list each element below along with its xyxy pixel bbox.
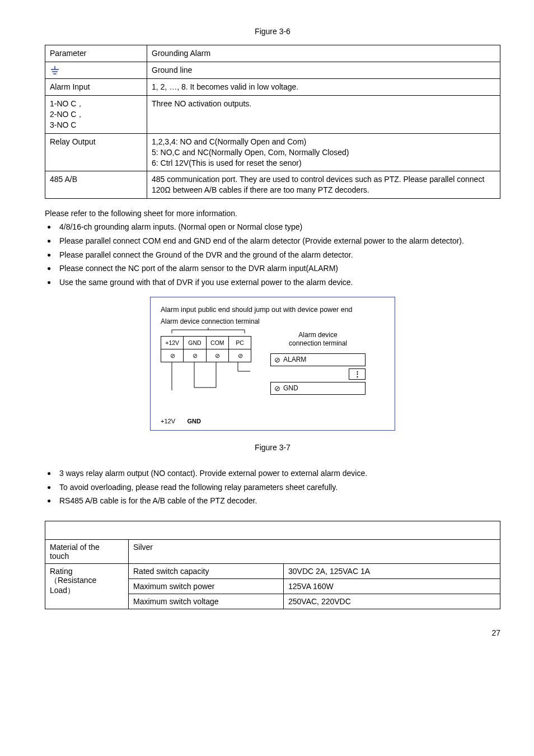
cell xyxy=(45,521,500,539)
cell: Parameter xyxy=(45,45,147,62)
text: touch xyxy=(50,552,69,561)
spec-table: Material of the touch Silver Rating （Res… xyxy=(45,521,500,609)
cell xyxy=(45,62,147,78)
cell: Rating （Resistance Load） xyxy=(45,563,129,609)
cell: 1, 2, …, 8. It becomes valid in low volt… xyxy=(147,79,500,96)
screw-icon: ⊘ xyxy=(274,356,280,364)
list-item: To avoid overloading, please read the fo… xyxy=(45,482,500,494)
cell: Material of the touch xyxy=(45,539,129,563)
table-row xyxy=(45,521,500,539)
cell: Maximum switch power xyxy=(129,578,284,594)
label: +12V xyxy=(161,418,175,424)
label: connection terminal xyxy=(289,339,347,347)
cell: 250VAC, 220VDC xyxy=(284,594,500,609)
cell: Alarm Input xyxy=(45,79,147,96)
table-row: Ground line xyxy=(45,62,500,78)
figure-label-mid: Figure 3-7 xyxy=(45,443,500,452)
terminal-cells: +12V GND COM PC ⊘ ⊘ ⊘ ⊘ xyxy=(161,336,251,362)
list-item: 4/8/16-ch grounding alarm inputs. (Norma… xyxy=(45,221,500,234)
bullet-list: 3 ways relay alarm output (NO contact). … xyxy=(45,468,500,507)
cell: Silver xyxy=(129,539,500,563)
list-item: RS485 A/B cable is for the A/B cable of … xyxy=(45,495,500,507)
list-item: 3 ways relay alarm output (NO contact). … xyxy=(45,468,500,480)
wiring-diagram: Alarm input public end should jump out w… xyxy=(45,297,500,431)
table-row: Parameter Grounding Alarm xyxy=(45,45,500,62)
cell: 125VA 160W xyxy=(284,578,500,594)
cell: Relay Output xyxy=(45,133,147,171)
text: Load） xyxy=(50,586,75,595)
screw-icon: ⊘ xyxy=(184,349,206,362)
list-item: Please parallel connect the Ground of th… xyxy=(45,249,500,262)
label: Alarm device xyxy=(298,331,337,339)
table-row: Alarm Input 1, 2, …, 8. It becomes valid… xyxy=(45,79,500,96)
text: 1-NO C， xyxy=(50,99,84,108)
wire-icon xyxy=(161,362,250,391)
cell: 30VDC 2A, 125VAC 1A xyxy=(284,563,500,578)
diagram-title: Alarm input public end should jump out w… xyxy=(161,305,385,314)
page-number: 27 xyxy=(45,628,500,637)
label: ALARM xyxy=(283,356,306,363)
figure-label-top: Figure 3-6 xyxy=(45,27,500,36)
list-item: Please connect the NC port of the alarm … xyxy=(45,263,500,275)
list-item: Use the same ground with that of DVR if … xyxy=(45,277,500,289)
text: Material of the xyxy=(50,543,100,552)
text: 3-NO C xyxy=(50,120,76,129)
screw-icon: ⊘ xyxy=(229,349,251,362)
gnd-terminal-box: ⊘ GND xyxy=(270,382,366,395)
paragraph: Please refer to the following sheet for … xyxy=(45,209,500,218)
diagram-subtitle: Alarm device connection terminal xyxy=(161,318,385,325)
label: GND xyxy=(187,418,200,424)
cell: GND xyxy=(184,336,206,349)
screw-icon: ⊘ xyxy=(274,384,280,393)
label: GND xyxy=(283,384,298,392)
cell: Three NO activation outputs. xyxy=(147,96,500,134)
table-row: 1-NO C， 2-NO C， 3-NO C Three NO activati… xyxy=(45,96,500,134)
text: 5: NO,C and NC(Normally Open, Com, Norma… xyxy=(152,148,349,157)
table-row: Relay Output 1,2,3,4: NO and C(Normally … xyxy=(45,133,500,171)
dots-box: ⋮ xyxy=(349,368,366,380)
cell: Maximum switch voltage xyxy=(129,594,284,609)
list-item: Please parallel connect COM end and GND … xyxy=(45,235,500,248)
cell: Ground line xyxy=(147,62,500,78)
bullet-list: 4/8/16-ch grounding alarm inputs. (Norma… xyxy=(45,221,500,288)
bracket-icon xyxy=(161,328,250,334)
table-row: 485 A/B 485 communication port. They are… xyxy=(45,171,500,199)
text: 6: Ctrl 12V(This is used for reset the s… xyxy=(152,158,302,167)
table-row: Rating （Resistance Load） Rated switch ca… xyxy=(45,563,500,578)
cell: PC xyxy=(229,336,251,349)
cell: 1,2,3,4: NO and C(Normally Open and Com)… xyxy=(147,133,500,171)
text: Rating xyxy=(50,567,72,576)
cell: 1-NO C， 2-NO C， 3-NO C xyxy=(45,96,147,134)
cell: Grounding Alarm xyxy=(147,45,500,62)
alarm-terminal-box: ⊘ ALARM xyxy=(270,353,366,366)
cell: COM xyxy=(206,336,228,349)
parameter-table: Parameter Grounding Alarm Ground line Al… xyxy=(45,45,500,199)
screw-icon: ⊘ xyxy=(206,349,228,362)
cell: 485 A/B xyxy=(45,171,147,199)
ground-icon xyxy=(50,66,60,76)
text: 2-NO C， xyxy=(50,110,84,119)
screw-icon: ⊘ xyxy=(161,349,184,362)
table-row: Material of the touch Silver xyxy=(45,539,500,563)
cell: Rated switch capacity xyxy=(129,563,284,578)
text: （Resistance xyxy=(50,576,96,585)
cell: +12V xyxy=(161,336,184,349)
cell: 485 communication port. They are used to… xyxy=(147,171,500,199)
text: 1,2,3,4: NO and C(Normally Open and Com) xyxy=(152,137,306,146)
